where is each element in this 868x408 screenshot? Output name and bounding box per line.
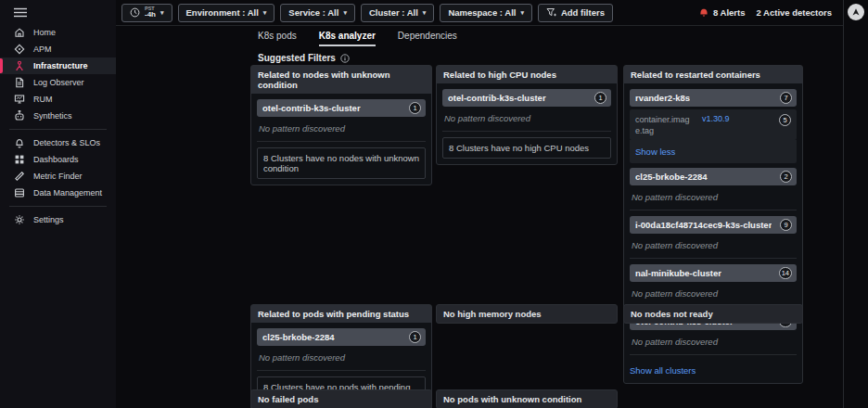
- content-area: K8s pods K8s analyzer Dependencies Sugge…: [116, 26, 843, 408]
- chevron-down-icon: ▾: [263, 9, 267, 16]
- cluster-name: cl25-brkobe-2284: [262, 332, 335, 342]
- count-badge: 9: [780, 219, 792, 231]
- filter-service-button[interactable]: Service : All ▾: [280, 4, 355, 22]
- panel-footer-note: 8 Clusters have no high CPU nodes: [442, 137, 611, 159]
- filter-label: Environment : All: [186, 7, 259, 18]
- cluster-name: rvander2-k8s: [635, 93, 690, 103]
- data-management-icon: [14, 187, 25, 198]
- sidebar-item-synthetics[interactable]: Synthetics: [0, 108, 116, 124]
- sidebar-item-label: Settings: [33, 215, 64, 224]
- panel-title: Related to restarted containers: [624, 66, 802, 83]
- no-pattern-text: No pattern discovered: [257, 346, 426, 371]
- sidebar-divider: [9, 129, 107, 130]
- show-less-link[interactable]: Show less: [635, 147, 675, 157]
- topbar: PST -4h ▾ Environment : All ▾ Service : …: [116, 0, 843, 26]
- bell-icon: [14, 137, 25, 148]
- sidebar-item-dashboards[interactable]: Dashboards: [0, 151, 116, 168]
- tab-dependencies[interactable]: Dependencies: [398, 31, 457, 46]
- sidebar-item-infrastructure[interactable]: Infrastructure: [0, 57, 116, 74]
- sidebar-item-label: Log Observer: [33, 78, 84, 87]
- panel-no-high-memory-nodes: No high memory nodes: [436, 304, 618, 324]
- sidebar-item-home[interactable]: Home: [0, 24, 116, 41]
- filter-label: Service : All: [288, 7, 338, 18]
- alerts-count-label: 8 Alerts: [713, 7, 746, 18]
- filter-namespace-button[interactable]: Namespace : All ▾: [440, 4, 532, 22]
- sidebar-item-label: Metric Finder: [33, 172, 83, 181]
- tab-k8s-pods[interactable]: K8s pods: [258, 31, 297, 46]
- panel-no-pods-unknown-condition: No pods with unknown condition: [436, 389, 618, 408]
- right-rail: [843, 0, 868, 408]
- sidebar-item-label: Data Management: [33, 188, 102, 198]
- panel-no-nodes-not-ready: No nodes not ready: [623, 304, 803, 324]
- metric-finder-icon: [14, 171, 25, 182]
- funnel-icon: [546, 7, 556, 18]
- cluster-item[interactable]: otel-contrib-k3s-cluster 1: [442, 89, 611, 107]
- sidebar-divider: [9, 206, 107, 207]
- filter-cluster-button[interactable]: Cluster : All ▾: [361, 4, 434, 22]
- count-badge: 1: [409, 331, 421, 343]
- sidebar-item-log-observer[interactable]: Log Observer: [0, 74, 116, 91]
- log-observer-icon: [14, 77, 25, 88]
- sidebar-item-rum[interactable]: RUM: [0, 91, 116, 108]
- chevron-down-icon: ▾: [520, 9, 524, 16]
- sidebar-item-data-management[interactable]: Data Management: [0, 185, 116, 201]
- chevron-down-icon: ▾: [343, 9, 347, 16]
- filter-environment-button[interactable]: Environment : All ▾: [178, 4, 275, 22]
- count-badge: 2: [780, 171, 792, 183]
- clock-icon: [130, 7, 140, 18]
- info-icon[interactable]: [340, 54, 350, 63]
- app-window: Home APM Infrastructure Log Observer RUM…: [0, 0, 868, 408]
- panel-nodes-unknown-condition: Related to nodes with unknown condition …: [250, 65, 432, 185]
- no-pattern-text: No pattern discovered: [442, 107, 611, 132]
- sidebar: Home APM Infrastructure Log Observer RUM…: [0, 0, 116, 408]
- cluster-name: nal-minikube-cluster: [635, 268, 721, 278]
- sidebar-item-label: Infrastructure: [33, 61, 88, 70]
- no-pattern-text: No pattern discovered: [257, 117, 426, 142]
- pattern-value-link[interactable]: v1.30.9: [702, 114, 773, 123]
- cluster-name: otel-contrib-k3s-cluster: [262, 103, 361, 113]
- sidebar-item-label: Detectors & SLOs: [33, 138, 100, 147]
- cluster-item[interactable]: rvander2-k8s 7: [630, 89, 797, 107]
- infrastructure-icon: [14, 60, 25, 71]
- sidebar-item-metric-finder[interactable]: Metric Finder: [0, 168, 116, 185]
- count-badge: 1: [594, 92, 606, 104]
- sidebar-item-label: Home: [33, 28, 56, 37]
- count-badge: 7: [780, 92, 792, 104]
- sidebar-item-label: APM: [33, 45, 52, 54]
- rum-icon: [14, 94, 25, 105]
- panel-restarted-containers: Related to restarted containers rvander2…: [623, 65, 803, 384]
- add-filters-button[interactable]: Add filters: [538, 4, 613, 22]
- tab-k8s-analyzer[interactable]: K8s analyzer: [319, 31, 376, 46]
- cluster-item[interactable]: cl25-brkobe-2284 2: [630, 168, 797, 185]
- pattern-detail-row: container.image.tag v1.30.9 5: [630, 109, 797, 140]
- count-badge: 1: [409, 102, 421, 114]
- alert-bell-icon: [699, 7, 708, 18]
- alerts-indicator[interactable]: 8 Alerts: [699, 7, 746, 18]
- hamburger-menu-icon[interactable]: [0, 3, 116, 24]
- no-pattern-text: No pattern discovered: [630, 185, 797, 210]
- cluster-item[interactable]: nal-minikube-cluster 14: [630, 264, 797, 282]
- count-badge: 14: [779, 267, 792, 279]
- cursor-arrow-icon: [851, 7, 861, 17]
- count-badge: 5: [779, 114, 791, 126]
- active-detectors-label[interactable]: 2 Active detectors: [757, 7, 833, 18]
- sidebar-item-label: Synthetics: [33, 111, 72, 121]
- filter-label: Namespace : All: [448, 7, 516, 18]
- panel-title: Related to nodes with unknown condition: [251, 66, 431, 94]
- cluster-item[interactable]: i-00da18cf48714cec9-k3s-cluster 9: [630, 216, 797, 234]
- panel-footer-note: 8 Clusters have no nodes with unknown co…: [257, 147, 426, 179]
- show-all-clusters-link[interactable]: Show all clusters: [630, 365, 696, 376]
- cluster-name: cl25-brkobe-2284: [635, 172, 708, 182]
- sidebar-item-apm[interactable]: APM: [0, 41, 116, 57]
- assistant-button[interactable]: [848, 4, 864, 20]
- cluster-item[interactable]: otel-contrib-k3s-cluster 1: [257, 99, 426, 117]
- suggested-filters-heading: Suggested Filters: [258, 53, 350, 63]
- synthetics-icon: [14, 110, 25, 121]
- main-column: PST -4h ▾ Environment : All ▾ Service : …: [116, 0, 843, 408]
- sidebar-item-detectors-slos[interactable]: Detectors & SLOs: [0, 134, 116, 151]
- sidebar-item-label: Dashboards: [33, 155, 79, 164]
- sidebar-item-settings[interactable]: Settings: [0, 211, 116, 228]
- pattern-key: container.image.tag: [635, 114, 696, 136]
- cluster-item[interactable]: cl25-brkobe-2284 1: [257, 328, 426, 346]
- time-picker-button[interactable]: PST -4h ▾: [121, 4, 172, 22]
